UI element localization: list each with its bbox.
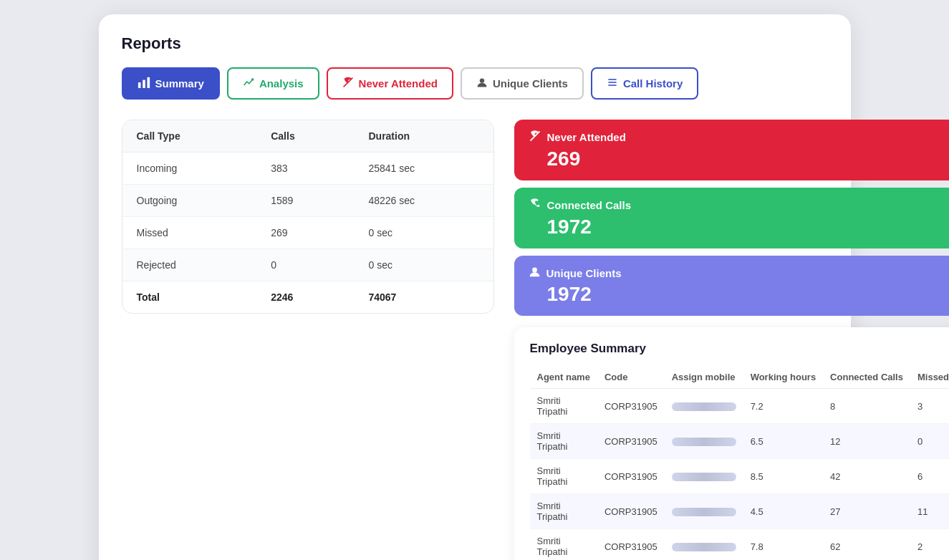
stat-card-connected-calls: Connected Calls 1972 bbox=[514, 188, 950, 248]
calls-cell: 1589 bbox=[256, 185, 354, 217]
table-row: Rejected 0 0 sec bbox=[122, 249, 493, 281]
main-content: Call Type Calls Duration Incoming 383 25… bbox=[122, 120, 828, 560]
calls-cell: 383 bbox=[256, 153, 354, 185]
emp-table-row: Smriti Tripathi CORP31905 4.5 27 11 bbox=[530, 494, 950, 529]
emp-mobile bbox=[665, 459, 743, 494]
duration-cell: 48226 sec bbox=[354, 185, 493, 217]
col-header-call-type: Call Type bbox=[122, 120, 257, 153]
emp-working-hours: 8.5 bbox=[743, 459, 823, 494]
emp-agent: Smriti Tripathi bbox=[530, 424, 597, 459]
emp-connected: 42 bbox=[823, 459, 910, 494]
svg-rect-0 bbox=[138, 82, 140, 88]
emp-connected: 8 bbox=[823, 389, 910, 424]
col-header-duration: Duration bbox=[354, 120, 493, 153]
phone-blur bbox=[672, 473, 736, 481]
phone-connected-icon bbox=[529, 198, 541, 213]
call-type-cell: Rejected bbox=[122, 249, 257, 281]
phone-blur bbox=[672, 438, 736, 446]
emp-agent: Smriti Tripathi bbox=[530, 459, 597, 494]
emp-mobile bbox=[665, 424, 743, 459]
stat-value-never-attended: 269 bbox=[529, 148, 950, 170]
emp-mobile bbox=[665, 529, 743, 561]
duration-cell: 25841 sec bbox=[354, 153, 493, 185]
emp-working-hours: 6.5 bbox=[743, 424, 823, 459]
tab-unique-clients[interactable]: Unique Clients bbox=[461, 67, 584, 100]
emp-col-agent: Agent name bbox=[530, 366, 597, 389]
stat-label-never-attended: Never Attended bbox=[529, 130, 950, 145]
call-type-cell: Incoming bbox=[122, 153, 257, 185]
tab-summary[interactable]: Summary bbox=[122, 67, 220, 100]
svg-rect-2 bbox=[147, 77, 150, 88]
stat-label-connected-calls: Connected Calls bbox=[529, 198, 950, 213]
emp-code: CORP31905 bbox=[597, 494, 665, 529]
call-type-cell: Outgoing bbox=[122, 185, 257, 217]
emp-agent: Smriti Tripathi bbox=[530, 494, 597, 529]
tab-analysis[interactable]: Analysis bbox=[227, 67, 319, 100]
call-type-table-panel: Call Type Calls Duration Incoming 383 25… bbox=[122, 120, 494, 314]
svg-rect-1 bbox=[143, 79, 145, 88]
tab-never-attended[interactable]: Never Attended bbox=[327, 67, 453, 100]
emp-col-connected: Connected Calls bbox=[823, 366, 910, 389]
emp-code: CORP31905 bbox=[597, 529, 665, 561]
employee-summary-title: Employee Summary bbox=[530, 342, 950, 356]
emp-missed: 6 bbox=[910, 459, 949, 494]
page-title: Reports bbox=[122, 34, 828, 53]
stat-card-never-attended: Never Attended 269 bbox=[514, 120, 950, 180]
phone-blur bbox=[672, 508, 736, 516]
emp-working-hours: 7.2 bbox=[743, 389, 823, 424]
user-icon bbox=[476, 77, 488, 90]
stat-value-connected-calls: 1972 bbox=[529, 216, 950, 238]
emp-agent: Smriti Tripathi bbox=[530, 529, 597, 561]
emp-col-mobile: Assign mobile bbox=[665, 366, 743, 389]
emp-table-row: Smriti Tripathi CORP31905 8.5 42 6 bbox=[530, 459, 950, 494]
emp-col-missed: Missed Calls bbox=[910, 366, 949, 389]
svg-point-9 bbox=[532, 268, 537, 273]
calls-cell: 2246 bbox=[256, 281, 354, 314]
duration-cell: 0 sec bbox=[354, 217, 493, 249]
emp-connected: 27 bbox=[823, 494, 910, 529]
table-row: Missed 269 0 sec bbox=[122, 217, 493, 249]
right-panel: Never Attended 269 Connected Calls 1972 bbox=[514, 120, 950, 560]
tab-call-history-label: Call History bbox=[623, 77, 683, 90]
phone-blur bbox=[672, 543, 736, 551]
emp-agent: Smriti Tripathi bbox=[530, 389, 597, 424]
tab-summary-label: Summary bbox=[155, 77, 204, 90]
emp-missed: 0 bbox=[910, 424, 949, 459]
duration-cell: 0 sec bbox=[354, 249, 493, 281]
emp-table-row: Smriti Tripathi CORP31905 6.5 12 0 bbox=[530, 424, 950, 459]
stat-label-unique-clients: Unique Clients bbox=[529, 266, 950, 280]
stat-value-unique-clients: 1972 bbox=[529, 283, 950, 306]
user-white-icon bbox=[529, 266, 541, 280]
table-row: Incoming 383 25841 sec bbox=[122, 153, 493, 185]
employee-table: Agent name Code Assign mobile Working ho… bbox=[530, 366, 950, 560]
phone-x-icon bbox=[529, 130, 541, 145]
emp-missed: 11 bbox=[910, 494, 949, 529]
emp-missed: 2 bbox=[910, 529, 949, 561]
svg-point-4 bbox=[480, 78, 484, 82]
emp-col-code: Code bbox=[597, 366, 665, 389]
col-header-calls: Calls bbox=[256, 120, 354, 153]
phone-blur bbox=[672, 402, 736, 411]
call-type-cell: Missed bbox=[122, 217, 257, 249]
employee-summary-card: Employee Summary Agent name Code Assign … bbox=[514, 327, 950, 560]
emp-mobile bbox=[665, 494, 743, 529]
emp-working-hours: 7.8 bbox=[743, 529, 823, 561]
emp-code: CORP31905 bbox=[597, 459, 665, 494]
table-row-total: Total 2246 74067 bbox=[122, 281, 493, 314]
list-icon bbox=[607, 77, 618, 90]
tab-analysis-label: Analysis bbox=[259, 77, 304, 90]
phone-missed-icon bbox=[342, 77, 354, 90]
tab-call-history[interactable]: Call History bbox=[591, 67, 698, 100]
analysis-icon bbox=[243, 77, 254, 90]
emp-table-row: Smriti Tripathi CORP31905 7.2 8 3 bbox=[530, 389, 950, 424]
emp-working-hours: 4.5 bbox=[743, 494, 823, 529]
emp-missed: 3 bbox=[910, 389, 949, 424]
table-row: Outgoing 1589 48226 sec bbox=[122, 185, 493, 217]
tab-never-attended-label: Never Attended bbox=[359, 77, 438, 90]
stat-card-unique-clients: Unique Clients 1972 bbox=[514, 256, 950, 316]
call-table: Call Type Calls Duration Incoming 383 25… bbox=[122, 120, 493, 313]
calls-cell: 0 bbox=[256, 249, 354, 281]
emp-table-row: Smriti Tripathi CORP31905 7.8 62 2 bbox=[530, 529, 950, 561]
call-type-cell: Total bbox=[122, 281, 257, 314]
reports-card: Reports Summary Analysis Never Attended … bbox=[99, 14, 851, 560]
